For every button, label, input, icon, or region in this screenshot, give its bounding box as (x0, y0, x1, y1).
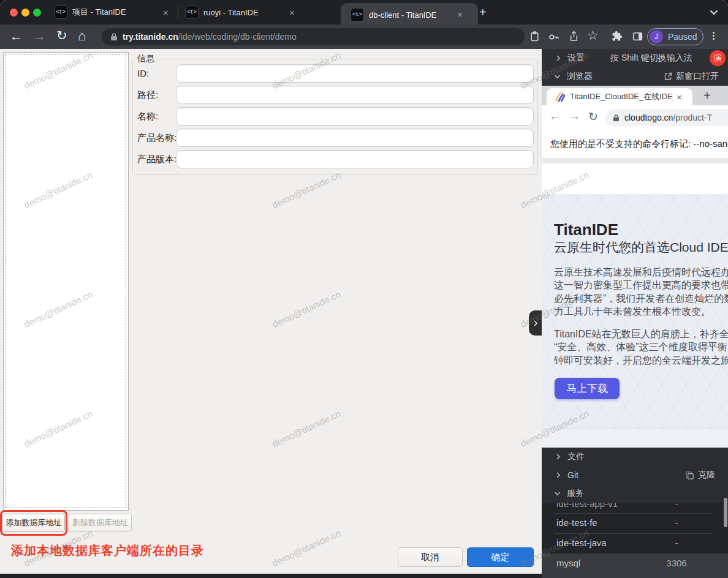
hero-paragraph-line: 钟即可安装好，开启您的全云端开发之旅！ (554, 354, 728, 367)
clipboard-icon[interactable] (529, 31, 540, 44)
hero-subtitle: 云原生时代您的首选Cloud IDE (554, 239, 728, 256)
tab-title: 项目 - TitanIDE (72, 7, 158, 18)
close-icon[interactable]: × (163, 8, 169, 17)
window-minimize-button[interactable] (21, 9, 29, 17)
extensions-puzzle-icon[interactable] (612, 31, 623, 44)
git-label: Git (567, 470, 578, 480)
hero-paragraph-line: 力工具几十年未曾发生根本性改变。 (554, 305, 711, 318)
close-icon[interactable]: × (289, 8, 295, 17)
product-version-label: 产品版本: (137, 154, 176, 165)
page-lower-strip (542, 429, 728, 448)
open-new-window-icon[interactable] (664, 72, 672, 81)
name-input[interactable] (176, 107, 534, 126)
forward-button[interactable]: → (33, 29, 46, 43)
settings-section-row[interactable]: 设置 按 Shift 键切换输入法 演 (542, 49, 728, 67)
mini-back-button[interactable]: ← (549, 110, 561, 123)
product-version-input[interactable] (176, 150, 534, 168)
files-label: 文件 (567, 451, 585, 462)
titanide-favicon: <t> (185, 6, 199, 19)
reload-button[interactable]: ↻ (56, 28, 67, 43)
bookmark-star-icon[interactable]: ☆ (587, 28, 599, 43)
mini-url-host: cloudtogo.cn (624, 113, 673, 122)
window-zoom-button[interactable] (33, 9, 41, 17)
chevron-right-icon (555, 454, 561, 460)
path-label: 路径: (137, 89, 158, 101)
browser-tab-1[interactable]: <t> 项目 - TitanIDE (54, 0, 176, 24)
git-section-row[interactable]: Git 克隆 (542, 466, 728, 484)
key-icon[interactable] (548, 32, 559, 45)
watermark: demo@titanide.cn (270, 408, 342, 449)
tab-title: db-client - TitanIDE (369, 10, 455, 20)
services-label: 服务 (567, 488, 584, 499)
address-bar[interactable]: try.titanide.cn /ide/web/coding/db-clien… (102, 28, 525, 45)
clone-icon[interactable] (685, 471, 694, 480)
clone-label[interactable]: 克隆 (698, 470, 715, 481)
url-path: /ide/web/coding/db-client/demo (178, 32, 297, 42)
warning-text: 您使用的是不受支持的命令行标记: --no-sandbox (550, 138, 728, 150)
share-icon[interactable] (569, 31, 579, 44)
add-database-path-button[interactable]: 添加数据库地址 (2, 514, 65, 532)
panel-expander-chevron-right[interactable] (529, 310, 542, 336)
name-label: 名称: (137, 111, 158, 122)
hero-paragraph-line: 云原生技术高速发展和后疫情时代远程办公等多 (554, 266, 728, 279)
hero-paragraph-line: “安全、高效、体验”这三个维度取得平衡。最 (554, 340, 728, 354)
service-name[interactable]: ide-test-fe (556, 517, 597, 528)
path-input[interactable] (176, 86, 534, 104)
watermark: demo@titanide.cn (270, 170, 342, 211)
hero-paragraph-line: 这一智力密集型工作提出更高的要求也带来了新 (554, 279, 728, 292)
sync-status: Paused (668, 32, 697, 42)
ime-hint: 按 Shift 键切换输入法 (610, 53, 692, 64)
tab-search-chevron-down-icon[interactable] (710, 9, 718, 16)
panel-scrollbar-thumb[interactable] (724, 498, 727, 527)
browser-tab-3[interactable]: <t> db-client - TitanIDE (351, 2, 461, 27)
id-input[interactable] (176, 64, 534, 83)
mini-tab-title: TitanIDE_CloudIDE_在线IDE_ (570, 91, 673, 102)
mini-new-tab-button[interactable]: + (703, 89, 711, 103)
service-port: 3306 (658, 558, 695, 568)
sandbox-warning-bar: 您使用的是不受支持的命令行标记: --no-sandbox (542, 130, 728, 159)
profile-paused-button[interactable]: J Paused (647, 28, 703, 45)
ok-button[interactable]: 确定 (467, 547, 534, 567)
browser-section-label: 浏览器 (567, 71, 593, 82)
settings-label: 设置 (567, 53, 585, 64)
open-new-window-label[interactable]: 新窗口打开 (676, 71, 719, 82)
delete-database-path-button: 删除数据库地址 (69, 514, 132, 532)
home-button[interactable]: ⌂ (78, 28, 86, 44)
hero-title: TitanIDE (554, 220, 618, 239)
service-name[interactable]: mysql (556, 558, 580, 568)
new-tab-button[interactable]: + (479, 6, 487, 20)
window-close-button[interactable] (10, 9, 18, 17)
browser-tab-2[interactable]: <t> ruoyi - TitanIDE (185, 0, 289, 24)
close-icon[interactable]: × (677, 92, 682, 102)
back-button[interactable]: ← (10, 29, 23, 43)
product-name-label: 产品名称: (137, 132, 176, 144)
database-path-list[interactable] (3, 52, 129, 511)
services-section-row[interactable]: 服务 (542, 484, 728, 503)
lock-icon (110, 32, 118, 41)
close-icon[interactable]: × (457, 10, 463, 19)
cancel-button[interactable]: 取消 (398, 547, 463, 567)
mini-address-bar[interactable]: cloudtogo.cn /product-T (605, 109, 728, 126)
titanide-favicon: <t> (54, 6, 67, 19)
mini-browser-tab[interactable]: TitanIDE_CloudIDE_在线IDE_ × (547, 88, 692, 105)
files-section-row[interactable]: 文件 (542, 448, 728, 466)
service-name[interactable]: ide-test-java (556, 538, 607, 548)
side-panel-icon[interactable] (632, 31, 643, 44)
watermark: demo@titanide.cn (270, 289, 342, 330)
service-port: - (658, 517, 695, 528)
id-label: ID: (137, 68, 149, 78)
product-name-input[interactable] (176, 129, 534, 147)
annotation-note: 添加本地数据库客户端所在的目录 (11, 542, 204, 559)
mini-reload-button[interactable]: ↻ (588, 110, 598, 124)
service-port: - (658, 538, 695, 548)
hero-paragraph-line: TitanIDE站在无数巨人的肩膀上，补齐全云端开 (554, 328, 728, 341)
browser-menu-icon[interactable] (713, 31, 715, 41)
browser-section-row[interactable]: 浏览器 新窗口打开 (542, 67, 728, 86)
chevron-down-icon (554, 73, 561, 80)
tab-title: ruoyi - TitanIDE (203, 8, 283, 17)
download-now-button[interactable]: 马上下载 (555, 378, 620, 399)
row-divider (554, 533, 713, 534)
tab-divider (178, 6, 178, 18)
mini-forward-button[interactable]: → (569, 110, 580, 123)
demo-badge[interactable]: 演 (710, 50, 726, 66)
